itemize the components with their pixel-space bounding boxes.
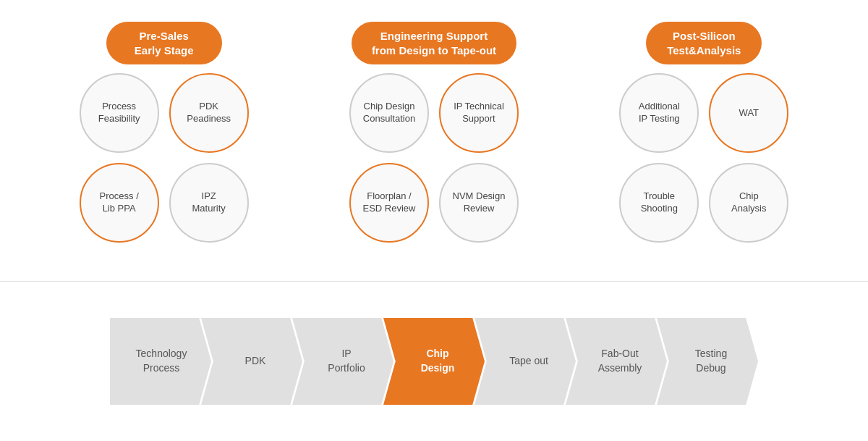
stage-badge-pre-sales: Pre-SalesEarly Stage [106,22,222,64]
stage-badge-engineering-support: Engineering Supportfrom Design to Tape-o… [352,22,516,64]
circle-engineering-support-1: IP TechnicalSupport [439,73,519,153]
circle-post-silicon-0: AdditionalIP Testing [619,73,699,153]
chevron-label-1: PDK [231,354,273,369]
chevron-shape-3: ChipDesign [383,318,485,405]
stage-group-engineering-support: Engineering Supportfrom Design to Tape-o… [349,22,519,243]
stage-badge-post-silicon: Post-SiliconTest&Analysis [646,22,762,64]
circle-pre-sales-1: PDKPeadiness [169,73,249,153]
chevron-shape-5: Fab-OutAssembly [566,318,667,405]
circles-grid-engineering-support: Chip DesignConsultationIP TechnicalSuppo… [349,73,519,243]
circle-post-silicon-3: ChipAnalysis [709,163,788,243]
stage-group-post-silicon: Post-SiliconTest&AnalysisAdditionalIP Te… [619,22,788,243]
circle-engineering-support-2: Floorplan /ESD Review [349,163,429,243]
chevron-shape-4: Tape out [475,318,576,405]
chevron-label-4: Tape out [495,354,556,369]
chevron-item-0: TechnologyProcess [110,318,211,405]
chevron-label-3: ChipDesign [407,347,462,375]
chevron-item-4: Tape out [485,318,576,405]
chevron-label-2: IPPortfolio [313,347,372,375]
chevron-shape-1: PDK [201,318,302,405]
chevron-label-0: TechnologyProcess [127,347,195,375]
chevron-label-6: TestingDebug [681,347,734,375]
main-container: Pre-SalesEarly StageProcessFeasibilityPD… [0,0,868,441]
circles-grid-pre-sales: ProcessFeasibilityPDKPeadinessProcess /L… [80,73,249,243]
chevron-item-1: PDK [211,318,302,405]
chevron-item-6: TestingDebug [667,318,758,405]
circle-pre-sales-0: ProcessFeasibility [80,73,159,153]
chevron-item-3: ChipDesign [393,318,485,405]
chevron-item-5: Fab-OutAssembly [576,318,667,405]
circles-grid-post-silicon: AdditionalIP TestingWATTroubleShootingCh… [619,73,788,243]
stage-group-pre-sales: Pre-SalesEarly StageProcessFeasibilityPD… [80,22,249,243]
circle-engineering-support-0: Chip DesignConsultation [349,73,429,153]
circle-pre-sales-2: Process /Lib PPA [80,163,159,243]
chevron-shape-0: TechnologyProcess [110,318,211,405]
bottom-section: TechnologyProcessPDKIPPortfolioChipDesig… [0,282,868,441]
chevron-item-2: IPPortfolio [302,318,393,405]
chevron-shape-2: IPPortfolio [292,318,393,405]
chevron-label-5: Fab-OutAssembly [584,347,650,375]
circle-pre-sales-3: IPZMaturity [169,163,249,243]
top-section: Pre-SalesEarly StageProcessFeasibilityPD… [0,0,868,282]
circle-engineering-support-3: NVM DesignReview [439,163,519,243]
chevron-shape-6: TestingDebug [657,318,758,405]
circle-post-silicon-2: TroubleShooting [619,163,699,243]
circle-post-silicon-1: WAT [709,73,788,153]
